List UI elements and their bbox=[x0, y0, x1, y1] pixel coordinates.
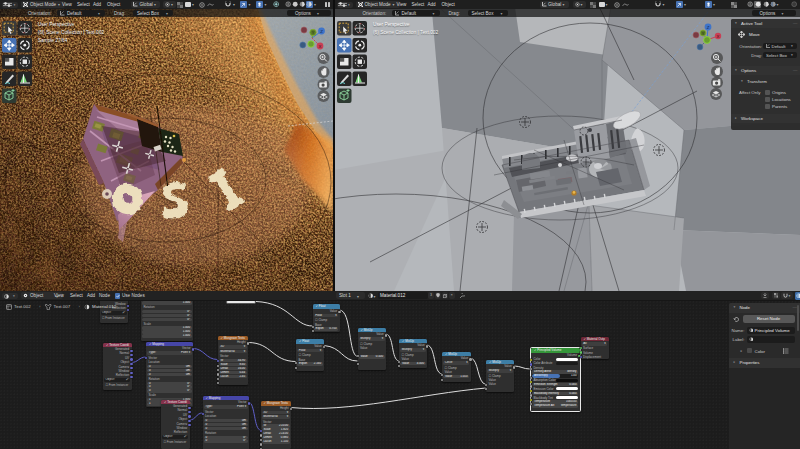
svg-text:Y: Y bbox=[312, 30, 315, 35]
svg-text:Z: Z bbox=[707, 25, 710, 30]
svg-text:X: X bbox=[717, 34, 720, 39]
svg-text:X: X bbox=[319, 44, 322, 49]
svg-text:Y: Y bbox=[702, 31, 705, 36]
svg-text:Z: Z bbox=[320, 29, 323, 34]
